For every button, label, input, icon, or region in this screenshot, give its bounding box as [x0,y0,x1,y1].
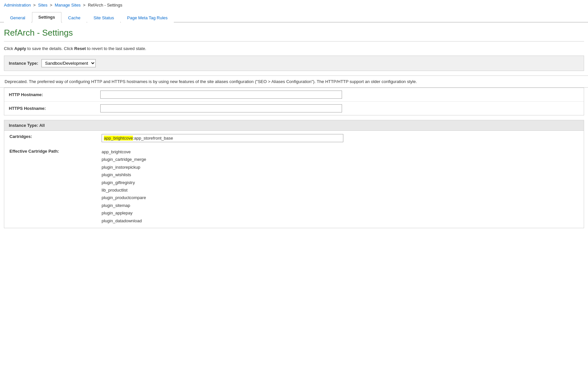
http-hostname-row: HTTP Hostname: [4,88,584,102]
instruction-text: Click Apply to save the details. Click R… [0,42,588,56]
page-title: RefArch - Settings [0,23,588,41]
cartridges-input[interactable]: app_brightcove:app_storefront_base [102,134,343,142]
breadcrumb: Administration > Sites > Manage Sites > … [0,0,588,10]
tab-settings[interactable]: Settings [32,12,61,23]
breadcrumb-current: RefArch - Settings [88,3,122,8]
list-item: plugin_applepay [102,209,579,217]
https-hostname-row: HTTPS Hostname: [4,102,584,115]
effective-cartridge-path-row: Effective Cartridge Path: app_brightcove… [5,145,583,227]
cartridges-row: Cartridges: app_brightcove:app_storefron… [5,131,583,145]
breadcrumb-manage-sites[interactable]: Manage Sites [55,3,81,8]
instance-type-label: Instance Type: [9,61,38,66]
list-item: plugin_sitemap [102,202,579,209]
cartridges-highlighted: app_brightcove [104,136,133,141]
list-item: plugin_productcompare [102,194,579,201]
http-hostname-input[interactable] [100,91,342,99]
list-item: plugin_giftregistry [102,179,579,186]
effective-path-list: app_brightcove plugin_cartridge_merge pl… [102,148,579,225]
hostname-section: HTTP Hostname: HTTPS Hostname: [4,88,584,115]
http-hostname-label: HTTP Hostname: [9,92,100,97]
list-item: plugin_cartridge_merge [102,156,579,163]
tab-site-status[interactable]: Site Status [87,13,120,23]
tab-general[interactable]: General [4,13,31,23]
list-item: app_brightcove [102,148,579,156]
deprecated-notice: Deprecated. The preferred way of configu… [0,76,588,88]
breadcrumb-sites[interactable]: Sites [38,3,47,8]
tab-cache[interactable]: Cache [62,13,87,23]
effective-cartridge-path-value: app_brightcove plugin_cartridge_merge pl… [97,145,583,227]
instance-type-row: Instance Type: Sandbox/Development Produ… [4,56,584,71]
list-item: lib_productlist [102,186,579,194]
cartridges-rest: :app_storefront_base [133,136,173,141]
https-hostname-label: HTTPS Hostname: [9,106,100,111]
list-item: plugin_instorepickup [102,163,579,171]
tab-bar: General Settings Cache Site Status Page … [0,11,588,23]
instance-type-select[interactable]: Sandbox/Development Production Staging [41,59,96,67]
all-instance-header: Instance Type: All [4,120,584,131]
https-hostname-input[interactable] [100,104,342,112]
http-hostname-value [100,91,579,99]
cartridges-value: app_brightcove:app_storefront_base [97,131,583,145]
cartridges-label: Cartridges: [5,131,96,145]
effective-cartridge-path-label: Effective Cartridge Path: [5,145,96,227]
all-instance-form-table: Cartridges: app_brightcove:app_storefron… [4,131,584,228]
tab-page-meta-tag-rules[interactable]: Page Meta Tag Rules [121,13,174,23]
list-item: plugin_datadownload [102,217,579,225]
all-instance-section: Instance Type: All Cartridges: app_brigh… [4,120,584,228]
instance-type-section: Instance Type: Sandbox/Development Produ… [4,56,584,71]
breadcrumb-administration[interactable]: Administration [4,3,31,8]
list-item: plugin_wishlists [102,171,579,178]
https-hostname-value [100,104,579,112]
